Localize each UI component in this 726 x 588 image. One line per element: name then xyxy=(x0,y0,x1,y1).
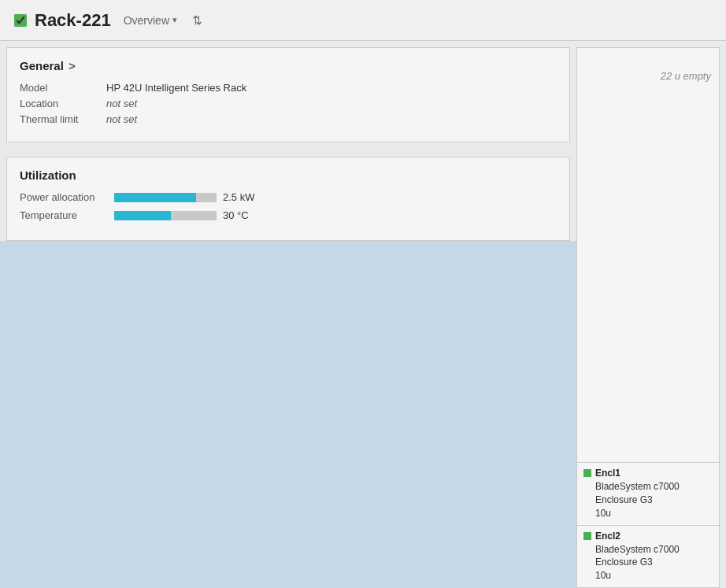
location-label: Location xyxy=(20,98,106,109)
power-allocation-bar-bg xyxy=(114,193,217,202)
overview-dropdown[interactable]: Overview ▾ xyxy=(124,14,177,27)
main-content: General > Model HP 42U Intelligent Serie… xyxy=(0,41,726,588)
left-panel: General > Model HP 42U Intelligent Serie… xyxy=(0,41,576,588)
layout-title-section xyxy=(577,48,719,59)
power-allocation-row: Power allocation 2.5 kW xyxy=(20,191,557,203)
temperature-bar-bg xyxy=(114,211,217,220)
utilization-section: Utilization Power allocation 2.5 kW Temp… xyxy=(6,157,570,241)
model-label: Model xyxy=(20,82,106,94)
location-value: not set xyxy=(106,98,137,109)
page-title: Rack-221 xyxy=(35,10,111,31)
temperature-label: Temperature xyxy=(20,209,114,221)
right-panel: 22 u empty Encl1 BladeSystem c7000 Enclo… xyxy=(576,41,726,588)
enclosure-1-name: Encl1 xyxy=(595,468,620,479)
empty-space-indicator: 22 u empty xyxy=(577,62,719,462)
bottom-empty-area xyxy=(0,241,576,588)
location-row: Location not set xyxy=(20,98,557,109)
temperature-bar-container: 30 °C xyxy=(114,209,249,221)
enclosure-2-status-dot xyxy=(583,532,591,540)
thermal-limit-label: Thermal limit xyxy=(20,113,106,125)
swap-icon[interactable]: ⇄ xyxy=(191,15,206,25)
general-section: General > Model HP 42U Intelligent Serie… xyxy=(6,47,570,142)
power-allocation-label: Power allocation xyxy=(20,191,114,203)
enclosure-1-desc: BladeSystem c7000 Enclosure G3 10u xyxy=(583,480,713,520)
enclosure-1-header: Encl1 xyxy=(583,468,713,479)
temperature-value: 30 °C xyxy=(223,209,249,221)
enclosure-2[interactable]: Encl2 BladeSystem c7000 Enclosure G3 10u xyxy=(577,525,719,587)
model-value: HP 42U Intelligent Series Rack xyxy=(106,82,246,94)
enclosure-2-name: Encl2 xyxy=(595,531,620,542)
thermal-limit-value: not set xyxy=(106,113,137,125)
enclosure-1[interactable]: Encl1 BladeSystem c7000 Enclosure G3 10u xyxy=(577,462,719,524)
header-bar: Rack-221 Overview ▾ ⇄ xyxy=(0,0,726,41)
utilization-title: Utilization xyxy=(20,168,557,182)
chevron-down-icon: ▾ xyxy=(172,15,177,25)
enclosure-1-status-dot xyxy=(583,469,591,477)
empty-space-text: 22 u empty xyxy=(661,70,711,82)
rack-checkbox[interactable] xyxy=(14,14,27,27)
temperature-bar-fill xyxy=(114,211,171,220)
temperature-row: Temperature 30 °C xyxy=(20,209,557,221)
power-allocation-value: 2.5 kW xyxy=(223,191,254,203)
layout-card: 22 u empty Encl1 BladeSystem c7000 Enclo… xyxy=(576,47,720,588)
general-title[interactable]: General > xyxy=(20,59,557,72)
layout-inner: 22 u empty Encl1 BladeSystem c7000 Enclo… xyxy=(577,48,719,587)
enclosure-2-desc: BladeSystem c7000 Enclosure G3 10u xyxy=(583,543,713,582)
power-allocation-bar-fill xyxy=(114,193,196,202)
power-allocation-bar-container: 2.5 kW xyxy=(114,191,254,203)
enclosure-2-header: Encl2 xyxy=(583,531,713,542)
model-row: Model HP 42U Intelligent Series Rack xyxy=(20,82,557,94)
page-wrapper: Rack-221 Overview ▾ ⇄ General > Model HP… xyxy=(0,0,726,588)
thermal-limit-row: Thermal limit not set xyxy=(20,113,557,125)
overview-label: Overview xyxy=(124,14,169,27)
